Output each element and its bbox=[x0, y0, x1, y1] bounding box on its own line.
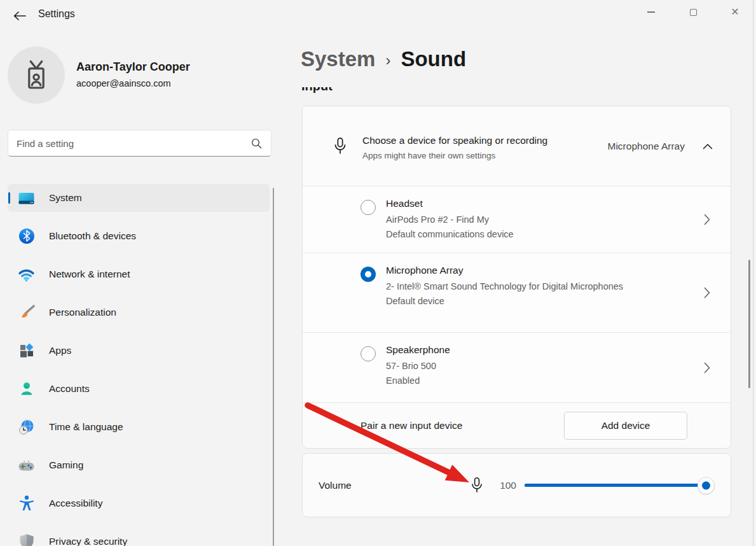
bluetooth-icon bbox=[18, 228, 35, 245]
apps-icon bbox=[18, 342, 35, 360]
device-row-speakerphone[interactable]: Speakerphone 57- Brio 500 Enabled bbox=[303, 332, 731, 402]
sidebar-item-label: Network & internet bbox=[49, 269, 130, 280]
search-input[interactable] bbox=[8, 138, 251, 149]
sidebar-item-label: Privacy & security bbox=[49, 536, 127, 546]
sidebar-item-label: Accounts bbox=[49, 383, 90, 395]
volume-slider-fill bbox=[525, 484, 714, 487]
chevron-up-icon[interactable] bbox=[703, 143, 713, 150]
profile-email: acooper@aainsco.com bbox=[76, 78, 171, 88]
device-texts: Speakerphone 57- Brio 500 Enabled bbox=[386, 333, 450, 402]
device-status: Default communications device bbox=[386, 227, 514, 242]
device-subtitle: 57- Brio 500 bbox=[386, 359, 450, 374]
window-right-edge bbox=[753, 0, 753, 546]
breadcrumb: System › Sound bbox=[301, 47, 466, 71]
sidebar-item-label: System bbox=[49, 192, 82, 204]
maximize-button[interactable] bbox=[672, 0, 714, 24]
chevron-right-icon[interactable] bbox=[704, 214, 710, 225]
gamepad-icon bbox=[18, 457, 35, 474]
app-title: Settings bbox=[38, 8, 75, 20]
device-name: Speakerphone bbox=[386, 341, 450, 359]
breadcrumb-parent[interactable]: System bbox=[301, 47, 375, 71]
page-title: Sound bbox=[401, 47, 466, 71]
expander-subtitle: Apps might have their own settings bbox=[362, 151, 608, 160]
sidebar-item-bluetooth[interactable]: Bluetooth & devices bbox=[8, 222, 270, 250]
volume-value: 100 bbox=[497, 480, 516, 491]
close-icon: ✕ bbox=[731, 7, 739, 17]
content-scrollbar[interactable] bbox=[748, 260, 750, 388]
device-texts: Headset AirPods Pro #2 - Find My Default… bbox=[386, 186, 514, 253]
device-name: Headset bbox=[386, 195, 514, 213]
paintbrush-icon bbox=[18, 304, 35, 321]
radio-headset[interactable] bbox=[361, 200, 376, 215]
volume-slider-track[interactable] bbox=[525, 484, 714, 487]
sidebar-nav: System Bluetooth & devices bbox=[8, 184, 270, 546]
sidebar-item-system[interactable]: System bbox=[8, 184, 270, 212]
input-device-group: Choose a device for speaking or recordin… bbox=[302, 106, 731, 449]
add-device-button[interactable]: Add device bbox=[564, 412, 687, 440]
person-icon bbox=[18, 381, 35, 398]
device-texts: Microphone Array 2- Intel® Smart Sound T… bbox=[386, 253, 623, 332]
sidebar-item-label: Apps bbox=[49, 345, 71, 356]
sidebar-item-network[interactable]: Network & internet bbox=[8, 260, 270, 288]
device-row-headset[interactable]: Headset AirPods Pro #2 - Find My Default… bbox=[303, 186, 731, 253]
window-controls: ✕ bbox=[630, 0, 756, 27]
avatar[interactable] bbox=[8, 46, 65, 104]
sidebar-item-apps[interactable]: Apps bbox=[8, 337, 270, 365]
id-badge-icon bbox=[21, 59, 52, 91]
breadcrumb-chevron: › bbox=[385, 49, 390, 69]
accessibility-person-icon bbox=[18, 495, 35, 512]
microphone-volume-icon bbox=[469, 476, 485, 495]
device-subtitle: 2- Intel® Smart Sound Technology for Dig… bbox=[386, 279, 623, 294]
radio-speakerphone[interactable] bbox=[361, 346, 376, 361]
settings-window: Settings ✕ Aaron-Taylor Cooper acooper@a… bbox=[0, 0, 756, 546]
sidebar-item-label: Gaming bbox=[49, 459, 83, 471]
profile-name: Aaron-Taylor Cooper bbox=[76, 60, 190, 74]
device-row-microphone-array[interactable]: Microphone Array 2- Intel® Smart Sound T… bbox=[303, 253, 731, 332]
globe-clock-icon bbox=[18, 419, 35, 436]
device-status: Default device bbox=[386, 294, 623, 309]
search-box[interactable] bbox=[8, 130, 271, 157]
sidebar-item-privacy[interactable]: Privacy & security bbox=[8, 528, 270, 546]
sidebar-item-label: Accessibility bbox=[49, 498, 102, 509]
sidebar-item-time-language[interactable]: Time & language bbox=[8, 413, 270, 441]
sidebar-item-label: Personalization bbox=[49, 307, 116, 318]
close-button[interactable]: ✕ bbox=[714, 0, 756, 24]
device-subtitle: AirPods Pro #2 - Find My bbox=[386, 213, 514, 227]
sidebar-item-accounts[interactable]: Accounts bbox=[8, 375, 270, 403]
maximize-icon bbox=[690, 9, 697, 16]
radio-microphone-array[interactable] bbox=[361, 267, 376, 282]
sidebar-item-personalization[interactable]: Personalization bbox=[8, 298, 270, 326]
chevron-right-icon[interactable] bbox=[704, 362, 710, 374]
system-icon bbox=[18, 190, 35, 207]
volume-slider-thumb[interactable] bbox=[698, 477, 715, 494]
volume-label: Volume bbox=[319, 480, 469, 491]
expander-title: Choose a device for speaking or recordin… bbox=[362, 132, 553, 149]
shield-icon bbox=[18, 533, 35, 546]
device-name: Microphone Array bbox=[386, 262, 623, 279]
sidebar-item-label: Bluetooth & devices bbox=[49, 230, 136, 242]
volume-slider[interactable] bbox=[525, 477, 714, 494]
search-icon[interactable] bbox=[251, 138, 262, 149]
sidebar-scrollbar[interactable] bbox=[273, 188, 274, 546]
microphone-icon bbox=[318, 137, 362, 156]
minimize-button[interactable] bbox=[630, 0, 672, 24]
expander-titles: Choose a device for speaking or recordin… bbox=[362, 132, 608, 160]
sidebar-item-gaming[interactable]: Gaming bbox=[8, 451, 270, 479]
device-status: Enabled bbox=[386, 374, 450, 388]
sidebar-item-label: Time & language bbox=[49, 421, 123, 433]
volume-card: Volume 100 bbox=[302, 453, 731, 517]
input-section-heading: Input bbox=[301, 87, 333, 97]
pair-device-row: Pair a new input device Add device bbox=[303, 402, 731, 448]
selected-device-value: Microphone Array bbox=[608, 141, 685, 152]
chevron-right-icon[interactable] bbox=[704, 287, 710, 298]
back-arrow-icon bbox=[13, 11, 27, 21]
sidebar-item-accessibility[interactable]: Accessibility bbox=[8, 489, 270, 517]
back-button[interactable] bbox=[8, 6, 32, 25]
minimize-icon bbox=[647, 11, 655, 13]
input-device-expander[interactable]: Choose a device for speaking or recordin… bbox=[303, 106, 731, 186]
wifi-icon bbox=[18, 266, 35, 283]
pair-device-label: Pair a new input device bbox=[361, 420, 564, 431]
